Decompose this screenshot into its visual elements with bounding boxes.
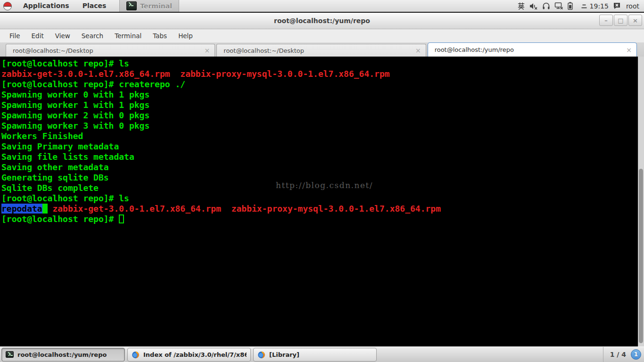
scrollbar[interactable] bbox=[638, 57, 644, 346]
terminal-text: Spawning worker 3 with 0 pkgs bbox=[1, 121, 149, 131]
terminal-text: repodata bbox=[1, 204, 42, 214]
terminal-icon bbox=[126, 1, 137, 10]
tab-label: root@localhost:~/Desktop bbox=[13, 47, 93, 54]
terminal-text: Saving other metadata bbox=[1, 162, 109, 172]
taskbar-window-label: [Library] bbox=[269, 351, 299, 358]
terminal-text: zabbix-get-3.0.0-1.el7.x86_64.rpm zabbix… bbox=[1, 69, 390, 79]
desktop: Applications Places Terminal bbox=[0, 0, 644, 362]
terminal-text: [root@localhost repo]# ls bbox=[1, 193, 129, 203]
weekday-indicator bbox=[581, 3, 587, 9]
tab-label: root@localhost:/yum/repo bbox=[435, 46, 514, 53]
top-panel: Applications Places Terminal bbox=[0, 0, 644, 13]
top-panel-left: Applications Places Terminal bbox=[0, 0, 179, 12]
menu-bar: FileEditViewSearchTerminalTabsHelp bbox=[0, 29, 644, 42]
terminal-line: Spawning worker 0 with 1 pkgs bbox=[1, 90, 644, 100]
terminal-line: Spawning worker 1 with 1 pkgs bbox=[1, 100, 644, 110]
terminal-text: Generating sqlite DBs bbox=[1, 173, 109, 182]
battery-icon[interactable] bbox=[568, 2, 573, 10]
window-maximize-button[interactable]: □ bbox=[614, 15, 627, 26]
terminal-text: [root@localhost repo]# createrepo ./ bbox=[1, 79, 185, 89]
terminal-line: Saving other metadata bbox=[1, 162, 644, 173]
user-menu[interactable]: root bbox=[626, 2, 639, 10]
display-off-icon[interactable] bbox=[554, 2, 563, 10]
menu-item-help[interactable]: Help bbox=[173, 30, 198, 42]
terminal-cursor bbox=[119, 214, 124, 223]
terminal-text: Spawning worker 0 with 1 pkgs bbox=[1, 90, 149, 99]
terminal-text: zabbix-get-3.0.0-1.el7.x86_64.rpm zabbix… bbox=[52, 204, 441, 214]
terminal-line: zabbix-get-3.0.0-1.el7.x86_64.rpm zabbix… bbox=[1, 69, 644, 79]
distro-logo-icon[interactable] bbox=[3, 2, 12, 10]
watermark-text: http://blog.csdn.net/ bbox=[276, 181, 373, 190]
active-app-button[interactable]: Terminal bbox=[119, 0, 179, 12]
menu-item-terminal[interactable]: Terminal bbox=[109, 30, 147, 42]
workspace-indicator: 1 / 4 bbox=[610, 351, 626, 358]
firefox-icon bbox=[257, 351, 265, 359]
window-titlebar[interactable]: root@localhost:/yum/repo –□× bbox=[0, 13, 644, 29]
terminal-text bbox=[42, 204, 48, 214]
terminal-line: [root@localhost repo]# bbox=[1, 214, 644, 224]
input-method-indicator[interactable] bbox=[517, 2, 525, 10]
terminal-tab-1[interactable]: root@localhost:~/Desktop× bbox=[6, 44, 215, 57]
terminal-line: Saving Primary metadata bbox=[1, 141, 644, 152]
menu-item-tabs[interactable]: Tabs bbox=[147, 30, 173, 42]
workspace-badge[interactable]: 1 bbox=[631, 349, 641, 360]
volume-muted-icon[interactable] bbox=[529, 2, 538, 10]
tab-close-icon[interactable]: × bbox=[201, 47, 210, 54]
menu-item-search[interactable]: Search bbox=[76, 30, 109, 42]
terminal-icon bbox=[6, 351, 14, 359]
terminal-line: [root@localhost repo]# ls bbox=[1, 58, 644, 69]
window-close-button[interactable]: × bbox=[628, 15, 642, 26]
window-minimize-button[interactable]: – bbox=[599, 15, 613, 26]
taskbar-window-3[interactable]: [Library] bbox=[253, 348, 377, 362]
clock-time: 19:15 bbox=[590, 2, 609, 10]
terminal-text bbox=[48, 204, 53, 214]
terminal-line: Workers Finished bbox=[1, 131, 644, 141]
tab-label: root@localhost:~/Desktop bbox=[223, 47, 304, 54]
applications-menu[interactable]: Applications bbox=[17, 0, 76, 12]
window-title: root@localhost:/yum/repo bbox=[0, 17, 644, 25]
tab-close-icon[interactable]: × bbox=[622, 46, 632, 54]
tab-bar: root@localhost:~/Desktop×root@localhost:… bbox=[0, 42, 644, 57]
workspace-pager[interactable]: 1 / 4 1 bbox=[603, 347, 644, 362]
terminal-line: Saving file lists metadata bbox=[1, 152, 644, 162]
terminal-line: Spawning worker 3 with 0 pkgs bbox=[1, 121, 644, 131]
menu-item-edit[interactable]: Edit bbox=[26, 30, 50, 42]
terminal-text: [root@localhost repo]# ls bbox=[1, 58, 129, 68]
terminal-tab-2[interactable]: root@localhost:~/Desktop× bbox=[216, 44, 426, 57]
headphones-icon[interactable] bbox=[542, 2, 550, 10]
firefox-icon bbox=[132, 351, 140, 359]
terminal-tab-3[interactable]: root@localhost:/yum/repo× bbox=[428, 42, 637, 57]
terminal-text: Sqlite DBs complete bbox=[1, 183, 99, 193]
terminal-line: repodata zabbix-get-3.0.0-1.el7.x86_64.r… bbox=[1, 204, 644, 214]
places-menu[interactable]: Places bbox=[76, 0, 113, 12]
taskbar: root@localhost:/yum/repo Index of /zabbi… bbox=[0, 346, 644, 362]
terminal-text: Saving file lists metadata bbox=[1, 152, 134, 162]
menu-item-view[interactable]: View bbox=[50, 30, 76, 42]
terminal-line: Spawning worker 2 with 0 pkgs bbox=[1, 110, 644, 121]
active-app-label: Terminal bbox=[140, 2, 172, 10]
clock[interactable]: 19:15 bbox=[581, 2, 609, 10]
window-controls: –□× bbox=[599, 15, 642, 26]
top-panel-status-area: 19:15 root bbox=[517, 2, 644, 10]
terminal-text: Workers Finished bbox=[1, 131, 83, 141]
taskbar-windows: root@localhost:/yum/repo Index of /zabbi… bbox=[0, 347, 379, 362]
taskbar-window-label: Index of /zabbix/3.0/rhel/7/x86_.... bbox=[143, 351, 247, 358]
terminal-text: [root@localhost repo]# bbox=[1, 214, 119, 224]
terminal-text: Spawning worker 2 with 0 pkgs bbox=[1, 110, 149, 120]
menu-item-file[interactable]: File bbox=[4, 30, 26, 42]
terminal-line: [root@localhost repo]# ls bbox=[1, 193, 644, 204]
terminal-window[interactable]: [root@localhost repo]# lszabbix-get-3.0.… bbox=[0, 57, 644, 346]
taskbar-window-label: root@localhost:/yum/repo bbox=[17, 351, 107, 358]
tab-close-icon[interactable]: × bbox=[412, 47, 421, 54]
terminal-output: [root@localhost repo]# lszabbix-get-3.0.… bbox=[0, 57, 644, 346]
taskbar-window-2[interactable]: Index of /zabbix/3.0/rhel/7/x86_.... bbox=[127, 348, 251, 362]
chat-unavailable-icon[interactable] bbox=[613, 2, 621, 10]
taskbar-window-1[interactable]: root@localhost:/yum/repo bbox=[1, 348, 125, 362]
terminal-line: [root@localhost repo]# createrepo ./ bbox=[1, 79, 644, 90]
scrollbar-thumb[interactable] bbox=[639, 169, 643, 343]
terminal-text: Spawning worker 1 with 1 pkgs bbox=[1, 100, 149, 110]
terminal-text: Saving Primary metadata bbox=[1, 141, 119, 151]
